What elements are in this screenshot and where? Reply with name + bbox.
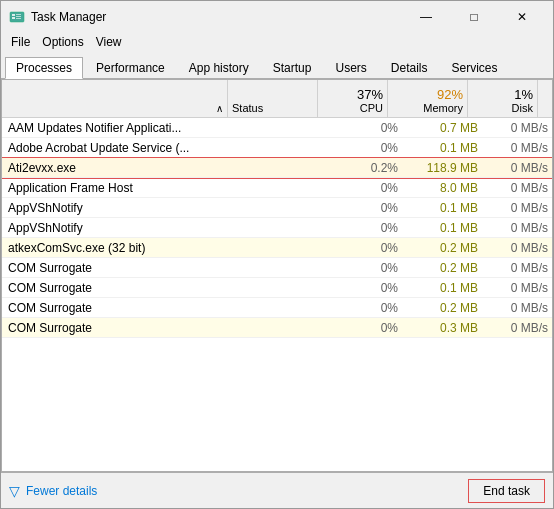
process-memory: 0.3 MB [402,320,482,336]
svg-rect-5 [16,18,21,19]
tab-app-history[interactable]: App history [178,56,260,78]
disk-label: Disk [472,102,533,114]
scrollbar-spacer [538,80,552,117]
process-status [242,167,332,169]
process-status [242,207,332,209]
process-cpu: 0% [332,120,402,136]
title-bar-left: Task Manager [9,9,106,25]
process-cpu: 0% [332,320,402,336]
table-row[interactable]: Adobe Acrobat Update Service (... 0% 0.1… [2,138,552,158]
process-cpu: 0% [332,180,402,196]
table-row[interactable]: COM Surrogate 0% 0.3 MB 0 MB/s [2,318,552,338]
tab-performance[interactable]: Performance [85,56,176,78]
col-header-cpu[interactable]: 37% CPU [318,80,388,117]
process-disk: 0 MB/s [482,200,552,216]
svg-rect-1 [12,14,15,16]
process-status [242,227,332,229]
tab-bar: Processes Performance App history Startu… [1,53,553,79]
bottom-bar: ▽ Fewer details End task [1,472,553,508]
process-name: Ati2evxx.exe [2,160,242,176]
process-cpu: 0% [332,220,402,236]
process-cpu: 0% [332,300,402,316]
table-row[interactable]: atkexComSvc.exe (32 bit) 0% 0.2 MB 0 MB/… [2,238,552,258]
process-memory: 0.1 MB [402,200,482,216]
process-cpu: 0% [332,280,402,296]
col-header-memory[interactable]: 92% Memory [388,80,468,117]
sort-arrow-icon: ∧ [216,103,223,114]
process-status [242,267,332,269]
menu-view[interactable]: View [90,33,128,51]
process-memory: 0.2 MB [402,260,482,276]
process-disk: 0 MB/s [482,120,552,136]
process-name: AppVShNotify [2,200,242,216]
process-status [242,307,332,309]
process-name: AppVShNotify [2,220,242,236]
table-row[interactable]: COM Surrogate 0% 0.2 MB 0 MB/s [2,298,552,318]
cpu-percent: 37% [322,87,383,102]
process-status [242,287,332,289]
process-disk: 0 MB/s [482,280,552,296]
tab-users[interactable]: Users [324,56,377,78]
process-name: COM Surrogate [2,260,242,276]
memory-label: Memory [392,102,463,114]
process-table-body[interactable]: AAM Updates Notifier Applicati... 0% 0.7… [2,118,552,471]
process-status [242,147,332,149]
tab-details[interactable]: Details [380,56,439,78]
table-row[interactable]: AppVShNotify 0% 0.1 MB 0 MB/s [2,198,552,218]
table-header: ∧ Status 37% CPU 92% Memory 1% Disk [2,80,552,118]
fewer-details-button[interactable]: ▽ Fewer details [9,483,97,499]
process-memory: 8.0 MB [402,180,482,196]
process-name: COM Surrogate [2,300,242,316]
fewer-details-label: Fewer details [26,484,97,498]
disk-percent: 1% [472,87,533,102]
svg-rect-2 [12,17,15,19]
menu-bar: File Options View [1,31,553,53]
memory-percent: 92% [392,87,463,102]
table-row[interactable]: Application Frame Host 0% 8.0 MB 0 MB/s [2,178,552,198]
process-disk: 0 MB/s [482,320,552,336]
end-task-button[interactable]: End task [468,479,545,503]
process-status [242,327,332,329]
task-manager-icon [9,9,25,25]
main-content: ∧ Status 37% CPU 92% Memory 1% Disk AAM … [1,79,553,472]
table-row[interactable]: AAM Updates Notifier Applicati... 0% 0.7… [2,118,552,138]
chevron-down-icon: ▽ [9,483,20,499]
window-controls: — □ ✕ [403,7,545,27]
process-name: AAM Updates Notifier Applicati... [2,120,242,136]
process-disk: 0 MB/s [482,160,552,176]
col-header-disk[interactable]: 1% Disk [468,80,538,117]
process-memory: 0.1 MB [402,280,482,296]
process-status [242,247,332,249]
table-row[interactable]: AppVShNotify 0% 0.1 MB 0 MB/s [2,218,552,238]
tab-processes[interactable]: Processes [5,57,83,79]
tab-startup[interactable]: Startup [262,56,323,78]
process-status [242,187,332,189]
minimize-button[interactable]: — [403,7,449,27]
col-header-status[interactable]: Status [228,80,318,117]
process-memory: 0.7 MB [402,120,482,136]
process-cpu: 0% [332,240,402,256]
process-name: COM Surrogate [2,320,242,336]
title-bar: Task Manager — □ ✕ [1,1,553,31]
menu-file[interactable]: File [5,33,36,51]
cpu-label: CPU [322,102,383,114]
tab-services[interactable]: Services [441,56,509,78]
table-row[interactable]: COM Surrogate 0% 0.1 MB 0 MB/s [2,278,552,298]
svg-rect-4 [16,16,21,17]
window-title: Task Manager [31,10,106,24]
process-memory: 118.9 MB [402,160,482,176]
process-memory: 0.1 MB [402,220,482,236]
process-cpu: 0% [332,200,402,216]
table-row[interactable]: Ati2evxx.exe 0.2% 118.9 MB 0 MB/s [2,158,552,178]
table-row[interactable]: COM Surrogate 0% 0.2 MB 0 MB/s [2,258,552,278]
process-disk: 0 MB/s [482,180,552,196]
menu-options[interactable]: Options [36,33,89,51]
process-disk: 0 MB/s [482,220,552,236]
process-name: atkexComSvc.exe (32 bit) [2,240,242,256]
process-cpu: 0% [332,140,402,156]
close-button[interactable]: ✕ [499,7,545,27]
col-header-name[interactable]: ∧ [2,80,228,117]
task-manager-window: Task Manager — □ ✕ File Options View Pro… [0,0,554,509]
process-disk: 0 MB/s [482,260,552,276]
maximize-button[interactable]: □ [451,7,497,27]
